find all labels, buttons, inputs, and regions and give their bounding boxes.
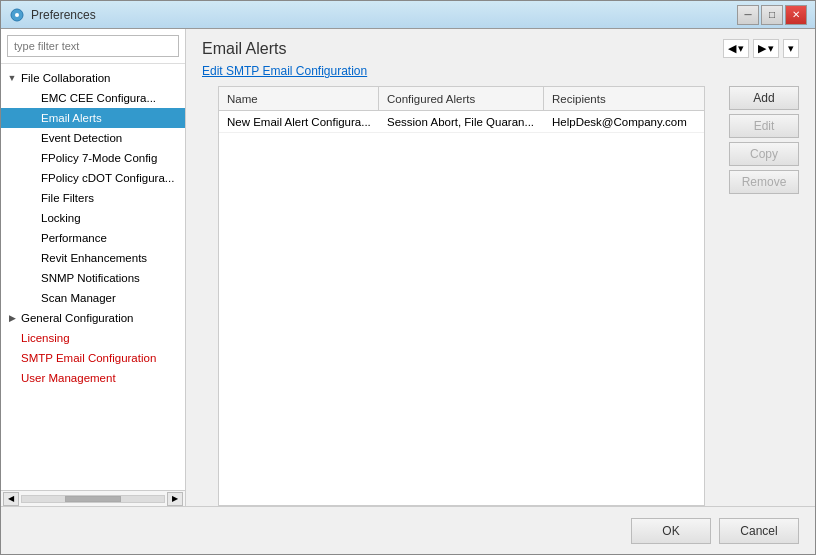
scroll-right-button[interactable]: ▶ (167, 492, 183, 506)
forward-dropdown-icon: ▾ (768, 42, 774, 55)
menu-icon: ▾ (788, 42, 794, 55)
sidebar-item-label: File Filters (41, 192, 94, 204)
spacer-icon (25, 231, 39, 245)
preferences-window: Preferences ─ □ ✕ ▼ File Collaboration E (0, 0, 816, 555)
scroll-track (21, 495, 165, 503)
edit-smtp-link[interactable]: Edit SMTP Email Configuration (202, 64, 799, 78)
copy-button[interactable]: Copy (729, 142, 799, 166)
expand-icon: ▼ (5, 71, 19, 85)
sidebar-item-file-filters[interactable]: File Filters (1, 188, 185, 208)
spacer-icon (25, 151, 39, 165)
cell-configured-alerts: Session Abort, File Quaran... (379, 116, 544, 128)
scroll-thumb[interactable] (65, 496, 122, 502)
sidebar-item-fpolicy-cdot[interactable]: FPolicy cDOT Configura... (1, 168, 185, 188)
sidebar-item-label: FPolicy 7-Mode Config (41, 152, 157, 164)
cell-recipients: HelpDesk@Company.com (544, 116, 704, 128)
cell-name: New Email Alert Configura... (219, 116, 379, 128)
sidebar-item-label: File Collaboration (21, 72, 111, 84)
sidebar-item-label: Email Alerts (41, 112, 102, 124)
sidebar-item-label: Performance (41, 232, 107, 244)
sidebar-item-event-detection[interactable]: Event Detection (1, 128, 185, 148)
spacer-icon (25, 131, 39, 145)
minimize-button[interactable]: ─ (737, 5, 759, 25)
table-body: New Email Alert Configura... Session Abo… (219, 111, 704, 505)
app-icon (9, 7, 25, 23)
scroll-left-button[interactable]: ◀ (3, 492, 19, 506)
action-buttons: Add Edit Copy Remove (721, 86, 807, 194)
nav-back-button[interactable]: ◀ ▾ (723, 39, 749, 58)
add-button[interactable]: Add (729, 86, 799, 110)
sidebar-item-label: SMTP Email Configuration (21, 352, 156, 364)
column-header-recipients: Recipients (544, 87, 704, 110)
spacer-icon (5, 351, 19, 365)
sidebar-item-label: User Management (21, 372, 116, 384)
footer: OK Cancel (1, 506, 815, 554)
spacer-icon (5, 331, 19, 345)
sidebar-item-revit-enhancements[interactable]: Revit Enhancements (1, 248, 185, 268)
filter-box (1, 29, 185, 64)
right-panel: Email Alerts ◀ ▾ ▶ ▾ ▾ Edit SMTP Email C… (186, 29, 815, 506)
spacer-icon (25, 171, 39, 185)
panel-header: Email Alerts ◀ ▾ ▶ ▾ ▾ (186, 29, 815, 62)
spacer-icon (25, 271, 39, 285)
nav-arrows: ◀ ▾ ▶ ▾ ▾ (723, 39, 799, 58)
spacer-icon (25, 291, 39, 305)
cancel-button[interactable]: Cancel (719, 518, 799, 544)
sidebar-item-label: Locking (41, 212, 81, 224)
sidebar: ▼ File Collaboration EMC CEE Configura..… (1, 29, 186, 506)
sidebar-item-label: Revit Enhancements (41, 252, 147, 264)
svg-point-1 (15, 13, 19, 17)
spacer-icon (25, 111, 39, 125)
sidebar-item-label: General Configuration (21, 312, 134, 324)
expand-icon: ▶ (5, 311, 19, 325)
edit-button[interactable]: Edit (729, 114, 799, 138)
spacer-icon (25, 211, 39, 225)
forward-icon: ▶ (758, 42, 766, 55)
sidebar-item-licensing[interactable]: Licensing (1, 328, 185, 348)
maximize-button[interactable]: □ (761, 5, 783, 25)
table-row[interactable]: New Email Alert Configura... Session Abo… (219, 111, 704, 133)
remove-button[interactable]: Remove (729, 170, 799, 194)
sidebar-item-file-collaboration[interactable]: ▼ File Collaboration (1, 68, 185, 88)
tree-container: ▼ File Collaboration EMC CEE Configura..… (1, 64, 185, 490)
column-header-name: Name (219, 87, 379, 110)
sidebar-item-snmp-notifications[interactable]: SNMP Notifications (1, 268, 185, 288)
sidebar-item-label: FPolicy cDOT Configura... (41, 172, 174, 184)
sidebar-item-emc-cee[interactable]: EMC CEE Configura... (1, 88, 185, 108)
sidebar-item-email-alerts[interactable]: Email Alerts (1, 108, 185, 128)
nav-menu-button[interactable]: ▾ (783, 39, 799, 58)
window-controls: ─ □ ✕ (737, 5, 807, 25)
filter-input[interactable] (7, 35, 179, 57)
sidebar-scrollbar: ◀ ▶ (1, 490, 185, 506)
back-icon: ◀ (728, 42, 736, 55)
email-alerts-table: Name Configured Alerts Recipients New Em… (218, 86, 705, 506)
title-bar-left: Preferences (9, 7, 96, 23)
sidebar-item-locking[interactable]: Locking (1, 208, 185, 228)
sidebar-item-smtp-email-configuration[interactable]: SMTP Email Configuration (1, 348, 185, 368)
sidebar-item-label: Event Detection (41, 132, 122, 144)
nav-forward-button[interactable]: ▶ ▾ (753, 39, 779, 58)
spacer-icon (25, 191, 39, 205)
ok-button[interactable]: OK (631, 518, 711, 544)
sidebar-item-label: EMC CEE Configura... (41, 92, 156, 104)
spacer-icon (5, 371, 19, 385)
sidebar-item-label: SNMP Notifications (41, 272, 140, 284)
panel-title: Email Alerts (202, 40, 286, 58)
spacer-icon (25, 251, 39, 265)
spacer-icon (25, 91, 39, 105)
table-and-buttons: Name Configured Alerts Recipients New Em… (202, 86, 807, 506)
sidebar-item-label: Licensing (21, 332, 70, 344)
back-dropdown-icon: ▾ (738, 42, 744, 55)
sidebar-item-scan-manager[interactable]: Scan Manager (1, 288, 185, 308)
title-bar: Preferences ─ □ ✕ (1, 1, 815, 29)
close-button[interactable]: ✕ (785, 5, 807, 25)
main-content: ▼ File Collaboration EMC CEE Configura..… (1, 29, 815, 506)
sidebar-item-performance[interactable]: Performance (1, 228, 185, 248)
sidebar-item-fpolicy-7mode[interactable]: FPolicy 7-Mode Config (1, 148, 185, 168)
sidebar-item-label: Scan Manager (41, 292, 116, 304)
window-title: Preferences (31, 8, 96, 22)
table-header: Name Configured Alerts Recipients (219, 87, 704, 111)
sidebar-item-user-management[interactable]: User Management (1, 368, 185, 388)
column-header-configured-alerts: Configured Alerts (379, 87, 544, 110)
sidebar-item-general-configuration[interactable]: ▶ General Configuration (1, 308, 185, 328)
